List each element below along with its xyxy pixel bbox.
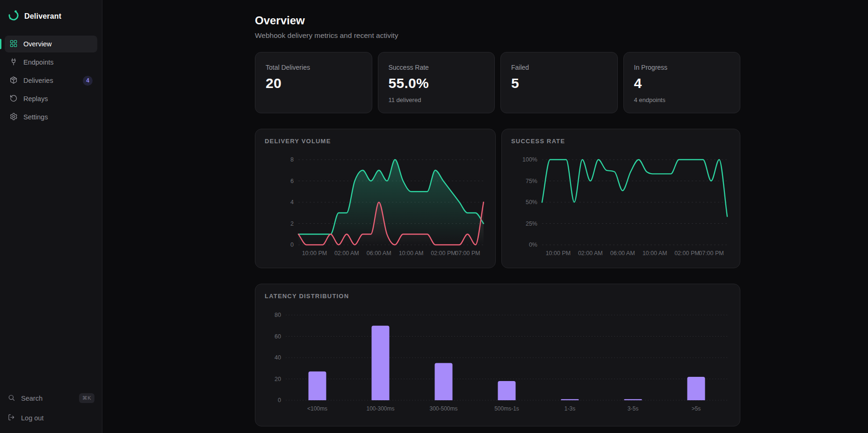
success-rate-chart: 0%25%50%75%100%10:00 PM02:00 AM06:00 AM1… — [511, 149, 731, 260]
sidebar: Deliverant Overview End — [0, 0, 102, 433]
logout-icon — [7, 413, 15, 423]
svg-text:<100ms: <100ms — [307, 405, 327, 412]
svg-text:06:00 AM: 06:00 AM — [367, 250, 391, 257]
logout-button[interactable]: Log out — [7, 413, 94, 423]
success-rate-chart-card: SUCCESS RATE 0%25%50%75%100%10:00 PM02:0… — [501, 129, 740, 268]
brand: Deliverant — [0, 0, 102, 36]
stat-subtext: 4 endpoints — [634, 96, 730, 103]
svg-text:3-5s: 3-5s — [628, 405, 638, 412]
svg-text:10:00 PM: 10:00 PM — [302, 250, 327, 257]
stat-subtext: 11 delivered — [389, 96, 485, 103]
stat-card-in-progress: In Progress 4 4 endpoints — [623, 52, 741, 113]
svg-text:40: 40 — [275, 354, 281, 361]
grid-icon — [9, 39, 18, 49]
stat-card-total-deliveries: Total Deliveries 20 — [255, 52, 372, 113]
svg-text:10:00 AM: 10:00 AM — [399, 250, 424, 257]
stat-label: Total Deliveries — [266, 64, 362, 71]
svg-text:0: 0 — [290, 242, 294, 248]
stat-label: Failed — [511, 64, 607, 71]
svg-text:25%: 25% — [526, 220, 537, 227]
svg-text:02:00 PM: 02:00 PM — [431, 250, 456, 257]
svg-text:07:00 PM: 07:00 PM — [455, 250, 480, 257]
search-icon — [7, 394, 15, 403]
stat-card-success-rate: Success Rate 55.0% 11 delivered — [378, 52, 495, 113]
svg-text:60: 60 — [275, 333, 281, 340]
delivery-volume-chart-card: DELIVERY VOLUME 0246810:00 PM02:00 AM06:… — [255, 129, 496, 268]
plug-icon — [9, 58, 18, 67]
sidebar-item-label: Deliveries — [23, 77, 53, 84]
stat-value: 5 — [511, 75, 607, 91]
svg-text:100%: 100% — [522, 156, 537, 163]
svg-text:6: 6 — [290, 178, 294, 184]
svg-text:4: 4 — [290, 199, 294, 205]
sidebar-bottom: Search ⌘K Log out — [0, 393, 102, 433]
svg-text:>5s: >5s — [692, 405, 701, 412]
svg-text:2: 2 — [290, 220, 294, 227]
chart-title: SUCCESS RATE — [511, 138, 731, 145]
svg-text:10:00 PM: 10:00 PM — [546, 250, 571, 257]
charts-row: DELIVERY VOLUME 0246810:00 PM02:00 AM06:… — [255, 129, 740, 268]
sidebar-item-deliveries[interactable]: Deliveries 4 — [5, 72, 97, 89]
chart-title: LATENCY DISTRIBUTION — [265, 293, 731, 300]
svg-text:50%: 50% — [526, 199, 537, 205]
page-subtitle: Webhook delivery metrics and recent acti… — [255, 31, 740, 40]
search-shortcut-kbd: ⌘K — [79, 393, 94, 403]
active-indicator — [0, 39, 1, 49]
sidebar-item-label: Settings — [23, 113, 48, 121]
chart-title: DELIVERY VOLUME — [265, 138, 486, 145]
svg-text:10:00 AM: 10:00 AM — [643, 250, 667, 257]
stat-card-failed: Failed 5 — [500, 52, 618, 113]
rotate-ccw-icon — [9, 94, 18, 104]
deliveries-count-badge: 4 — [83, 76, 93, 86]
latency-distribution-chart: 020406080<100ms100-300ms300-500ms500ms-1… — [265, 304, 731, 421]
svg-text:0%: 0% — [529, 242, 537, 248]
stat-label: In Progress — [634, 64, 730, 71]
gear-icon — [9, 112, 18, 122]
svg-text:1-3s: 1-3s — [564, 405, 575, 412]
stat-value: 55.0% — [389, 75, 485, 91]
search-button[interactable]: Search ⌘K — [7, 393, 94, 403]
sidebar-item-overview[interactable]: Overview — [5, 36, 97, 52]
svg-text:300-500ms: 300-500ms — [429, 405, 457, 412]
stat-cards: Total Deliveries 20 Success Rate 55.0% 1… — [255, 52, 740, 113]
svg-text:06:00 AM: 06:00 AM — [610, 250, 635, 257]
svg-text:75%: 75% — [526, 178, 537, 184]
sidebar-item-label: Endpoints — [23, 59, 54, 66]
sidebar-item-label: Replays — [23, 95, 48, 103]
svg-text:02:00 PM: 02:00 PM — [674, 250, 700, 257]
svg-text:80: 80 — [275, 312, 281, 318]
package-icon — [9, 76, 18, 86]
sidebar-item-replays[interactable]: Replays — [5, 90, 97, 107]
stat-value: 20 — [266, 75, 362, 91]
sidebar-item-endpoints[interactable]: Endpoints — [5, 54, 97, 71]
svg-text:07:00 PM: 07:00 PM — [699, 250, 724, 257]
latency-distribution-chart-card: LATENCY DISTRIBUTION 020406080<100ms100-… — [255, 284, 740, 426]
svg-text:02:00 AM: 02:00 AM — [578, 250, 603, 257]
svg-text:0: 0 — [278, 397, 281, 404]
search-label: Search — [21, 395, 43, 402]
app-root: Deliverant Overview End — [0, 0, 868, 433]
logout-label: Log out — [21, 414, 43, 422]
delivery-volume-chart: 0246810:00 PM02:00 AM06:00 AM10:00 AM02:… — [265, 149, 487, 260]
stat-value: 4 — [634, 75, 730, 91]
svg-text:20: 20 — [275, 376, 281, 382]
page-title: Overview — [255, 14, 740, 27]
brand-name: Deliverant — [24, 12, 61, 21]
svg-text:500ms-1s: 500ms-1s — [494, 405, 519, 412]
svg-text:8: 8 — [290, 156, 294, 163]
brand-logo-icon — [7, 9, 20, 23]
stat-label: Success Rate — [389, 64, 485, 71]
sidebar-item-label: Overview — [23, 40, 51, 48]
sidebar-nav: Overview Endpoints Deliveries — [0, 36, 102, 125]
svg-text:100-300ms: 100-300ms — [366, 405, 394, 412]
svg-text:02:00 AM: 02:00 AM — [334, 250, 359, 257]
sidebar-item-settings[interactable]: Settings — [5, 109, 97, 125]
main-content: Overview Webhook delivery metrics and re… — [102, 0, 868, 433]
